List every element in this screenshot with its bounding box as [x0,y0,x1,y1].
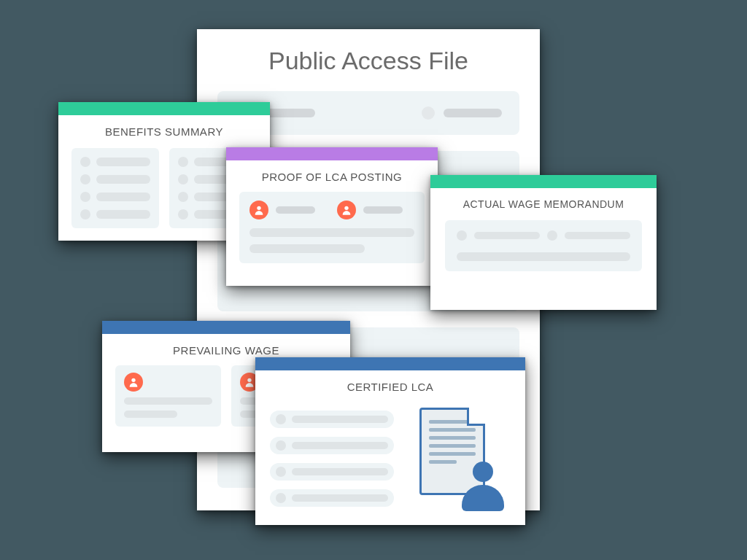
placeholder-panel [239,192,425,263]
certified-lca-card: CERTIFIED LCA [255,357,525,525]
card-accent-bar [255,357,525,370]
actual-wage-memorandum-card: ACTUAL WAGE MEMORANDUM [430,175,657,310]
proof-of-lca-posting-card: PROOF OF LCA POSTING [226,147,438,286]
card-accent-bar [430,175,657,188]
actual-wage-memorandum-title: ACTUAL WAGE MEMORANDUM [445,198,642,210]
person-avatar-icon [337,201,356,219]
placeholder-list [270,411,394,507]
placeholder-dot [422,106,435,120]
placeholder-panel [445,220,642,271]
svg-point-2 [131,378,135,382]
placeholder-bar [249,244,365,253]
placeholder-column [115,365,221,427]
placeholder-bar [276,206,315,214]
diagram-stage: Public Access File BENEFITS SUMMARY [0,0,747,560]
card-accent-bar [226,147,438,160]
document-person-icon [419,408,500,510]
prevailing-wage-title: PREVAILING WAGE [115,344,337,357]
card-accent-bar [102,321,350,334]
placeholder-bar [249,228,414,237]
placeholder-bar [444,109,502,117]
placeholder-bar [363,206,403,214]
placeholder-column [71,148,159,228]
certified-lca-title: CERTIFIED LCA [270,381,511,393]
svg-point-0 [257,206,260,210]
proof-of-lca-posting-title: PROOF OF LCA POSTING [239,171,425,183]
placeholder-bar [457,252,630,261]
card-accent-bar [58,102,270,115]
person-avatar-icon [249,201,268,219]
svg-point-3 [247,378,251,382]
benefits-summary-title: BENEFITS SUMMARY [71,125,257,138]
svg-point-1 [344,206,348,210]
person-avatar-icon [124,373,143,392]
public-access-file-title: Public Access File [217,47,519,75]
